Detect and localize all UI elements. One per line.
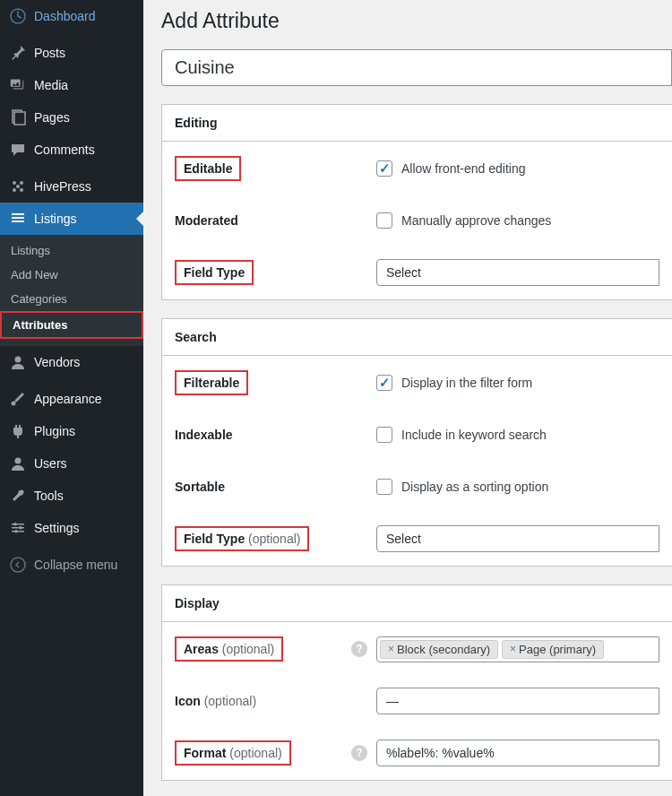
svg-point-4: [20, 181, 23, 185]
svg-rect-16: [12, 531, 24, 532]
icon-label: Icon (optional): [175, 694, 256, 708]
sidebar-item-label: Plugins: [34, 424, 75, 438]
sidebar-item-settings[interactable]: Settings: [0, 512, 143, 544]
plug-icon: [9, 422, 27, 440]
attribute-name-input[interactable]: [161, 49, 672, 86]
sidebar-item-hivepress[interactable]: HivePress: [0, 170, 143, 203]
page-icon: [9, 108, 27, 126]
wrench-icon: [9, 487, 27, 505]
page-title: Add Attribute: [161, 9, 672, 33]
sidebar-item-media[interactable]: Media: [0, 69, 143, 101]
svg-point-19: [14, 530, 18, 533]
svg-point-3: [13, 181, 16, 185]
tag-remove-icon[interactable]: ×: [510, 643, 516, 655]
sidebar-item-label: Comments: [34, 143, 95, 157]
moderated-label: Moderated: [175, 213, 238, 228]
sidebar-item-tools[interactable]: Tools: [0, 480, 143, 512]
editable-checkbox[interactable]: [376, 160, 392, 177]
user-icon: [9, 454, 27, 472]
sidebar-item-label: Collapse menu: [34, 558, 117, 572]
indexable-checkbox[interactable]: [376, 427, 392, 443]
sortable-label: Sortable: [175, 480, 225, 494]
sidebar-submenu: Listings Add New Categories Attributes: [0, 235, 143, 346]
help-icon[interactable]: ?: [351, 745, 367, 761]
svg-point-6: [20, 188, 23, 192]
svg-point-18: [19, 526, 22, 530]
sidebar-item-pages[interactable]: Pages: [0, 101, 143, 134]
svg-rect-2: [14, 112, 25, 125]
sidebar-item-label: Posts: [34, 46, 65, 60]
area-tag[interactable]: ×Block (secondary): [380, 640, 498, 659]
sidebar-item-label: Dashboard: [34, 9, 96, 23]
submenu-item-attributes[interactable]: Attributes: [0, 311, 143, 339]
submenu-item-listings[interactable]: Listings: [0, 238, 143, 263]
sidebar-item-plugins[interactable]: Plugins: [0, 415, 143, 447]
main-content: Add Attribute Editing Editable Allow fro…: [143, 0, 672, 796]
comment-icon: [9, 141, 27, 159]
svg-rect-15: [12, 527, 24, 529]
format-input[interactable]: [376, 740, 659, 766]
editing-panel: Editing Editable Allow front-end editing…: [161, 104, 672, 300]
areas-label: Areas (optional): [175, 636, 283, 662]
editing-fieldtype-select[interactable]: Select: [376, 259, 659, 286]
indexable-label: Indexable: [175, 428, 233, 442]
sidebar-item-label: Settings: [34, 521, 80, 535]
listings-icon: [9, 210, 27, 228]
moderated-checkbox[interactable]: [376, 212, 392, 229]
icon-select[interactable]: —: [376, 688, 659, 714]
sidebar-item-vendors[interactable]: Vendors: [0, 346, 143, 378]
areas-tags-input[interactable]: ×Block (secondary) ×Page (primary): [376, 636, 659, 662]
sliders-icon: [9, 519, 27, 537]
sidebar-item-posts[interactable]: Posts: [0, 37, 143, 69]
sidebar-item-listings[interactable]: Listings: [0, 203, 143, 235]
display-header: Display: [162, 585, 672, 622]
sortable-checkbox[interactable]: [376, 479, 392, 495]
sortable-check-label: Display as a sorting option: [401, 480, 548, 494]
sidebar-item-label: Tools: [34, 489, 64, 503]
svg-point-5: [13, 188, 16, 192]
svg-point-11: [15, 357, 22, 363]
tag-remove-icon[interactable]: ×: [388, 643, 394, 655]
sidebar-item-label: Pages: [34, 110, 70, 125]
sidebar-item-appearance[interactable]: Appearance: [0, 383, 143, 415]
hivepress-icon: [9, 177, 27, 195]
display-panel: Display Areas (optional) ? ×Block (secon…: [161, 584, 672, 781]
sidebar-collapse[interactable]: Collapse menu: [0, 549, 143, 581]
sidebar-item-comments[interactable]: Comments: [0, 134, 143, 166]
svg-point-17: [13, 523, 17, 526]
submenu-item-addnew[interactable]: Add New: [0, 263, 143, 287]
help-icon[interactable]: ?: [351, 641, 367, 657]
dashboard-icon: [9, 7, 27, 25]
sidebar-item-label: Vendors: [34, 355, 80, 369]
sidebar-item-label: Listings: [34, 212, 76, 226]
vendors-icon: [9, 353, 27, 371]
editing-fieldtype-label: Field Type: [175, 260, 254, 285]
search-header: Search: [162, 319, 672, 356]
filterable-check-label: Display in the filter form: [401, 376, 532, 390]
svg-point-12: [12, 402, 16, 406]
media-icon: [9, 76, 27, 94]
sidebar-item-label: Users: [34, 456, 67, 471]
search-fieldtype-label: Field Type (optional): [175, 526, 309, 551]
svg-point-20: [11, 558, 25, 572]
pin-icon: [9, 44, 27, 62]
editable-check-label: Allow front-end editing: [401, 161, 526, 176]
brush-icon: [9, 390, 27, 408]
sidebar-item-dashboard[interactable]: Dashboard: [0, 0, 143, 32]
filterable-checkbox[interactable]: [376, 375, 392, 391]
sidebar-item-label: HivePress: [34, 179, 91, 194]
format-label: Format (optional): [175, 740, 291, 766]
search-fieldtype-select[interactable]: Select: [376, 525, 659, 552]
area-tag[interactable]: ×Page (primary): [502, 640, 604, 659]
sidebar-item-label: Appearance: [34, 392, 102, 406]
svg-point-13: [15, 458, 22, 464]
search-panel: Search Filterable Display in the filter …: [161, 318, 672, 567]
submenu-item-categories[interactable]: Categories: [0, 287, 143, 311]
editing-header: Editing: [162, 105, 672, 142]
indexable-check-label: Include in keyword search: [401, 428, 547, 442]
sidebar-item-label: Media: [34, 78, 68, 92]
sidebar-item-users[interactable]: Users: [0, 447, 143, 480]
editable-label: Editable: [175, 156, 241, 181]
svg-rect-9: [12, 217, 24, 219]
svg-point-7: [16, 185, 20, 188]
